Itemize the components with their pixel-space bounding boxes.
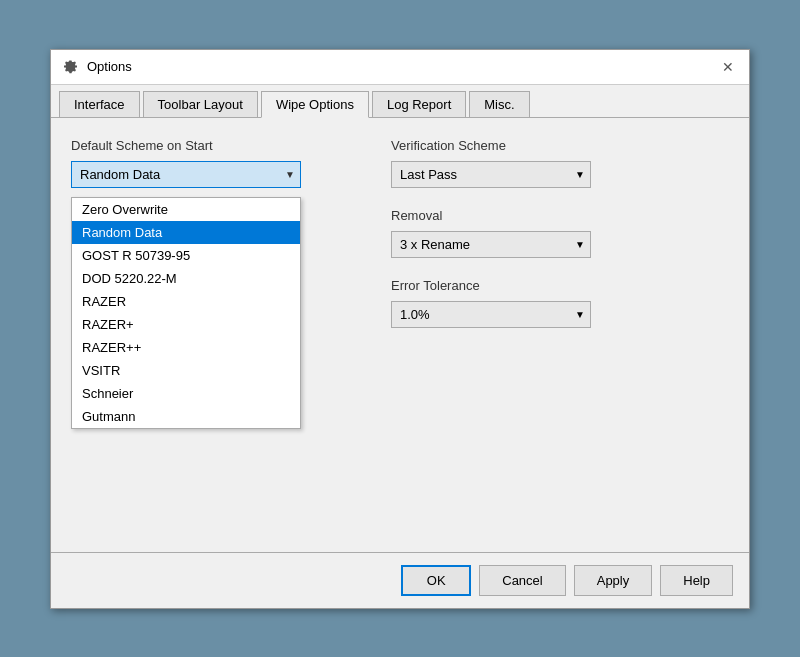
cancel-button[interactable]: Cancel xyxy=(479,565,565,596)
gear-icon xyxy=(63,59,79,75)
tab-log-report[interactable]: Log Report xyxy=(372,91,466,117)
left-column: Default Scheme on Start Random Data ▼ Ze… xyxy=(71,138,371,188)
right-column: Verification Scheme Last Pass ▼ Removal … xyxy=(391,138,729,328)
error-tolerance-wrapper: 1.0% ▼ xyxy=(391,301,591,328)
scheme-option-razer-plus[interactable]: RAZER+ xyxy=(72,313,300,336)
scheme-dropdown-list: Zero Overwrite Random Data GOST R 50739-… xyxy=(71,197,301,429)
removal-label: Removal xyxy=(391,208,729,223)
options-dialog: Options ✕ Interface Toolbar Layout Wipe … xyxy=(50,49,750,609)
verification-scheme-label: Verification Scheme xyxy=(391,138,729,153)
apply-button[interactable]: Apply xyxy=(574,565,653,596)
error-tolerance-label: Error Tolerance xyxy=(391,278,729,293)
verification-scheme-select[interactable]: Last Pass xyxy=(391,161,591,188)
verification-scheme-wrapper: Last Pass ▼ xyxy=(391,161,591,188)
tab-bar: Interface Toolbar Layout Wipe Options Lo… xyxy=(51,85,749,118)
ok-button[interactable]: OK xyxy=(401,565,471,596)
scheme-option-vsitr[interactable]: VSITR xyxy=(72,359,300,382)
error-tolerance-select[interactable]: 1.0% xyxy=(391,301,591,328)
scheme-option-razer-plus-plus[interactable]: RAZER++ xyxy=(72,336,300,359)
scheme-option-zero-overwrite[interactable]: Zero Overwrite xyxy=(72,198,300,221)
help-button[interactable]: Help xyxy=(660,565,733,596)
window-title: Options xyxy=(87,59,132,74)
default-scheme-wrapper: Random Data ▼ Zero Overwrite Random Data… xyxy=(71,161,301,188)
title-bar-left: Options xyxy=(63,59,132,75)
scheme-option-random-data[interactable]: Random Data xyxy=(72,221,300,244)
removal-section: Removal 3 x Rename ▼ xyxy=(391,208,729,258)
scheme-option-schneier[interactable]: Schneier xyxy=(72,382,300,405)
scheme-option-gost[interactable]: GOST R 50739-95 xyxy=(72,244,300,267)
default-scheme-select[interactable]: Random Data xyxy=(71,161,301,188)
tab-interface[interactable]: Interface xyxy=(59,91,140,117)
content-area: Default Scheme on Start Random Data ▼ Ze… xyxy=(51,118,749,552)
default-scheme-label: Default Scheme on Start xyxy=(71,138,371,153)
removal-select[interactable]: 3 x Rename xyxy=(391,231,591,258)
verification-section: Verification Scheme Last Pass ▼ xyxy=(391,138,729,188)
tab-misc[interactable]: Misc. xyxy=(469,91,529,117)
button-bar: OK Cancel Apply Help xyxy=(51,552,749,608)
scheme-option-dod[interactable]: DOD 5220.22-M xyxy=(72,267,300,290)
title-bar: Options ✕ xyxy=(51,50,749,85)
error-tolerance-section: Error Tolerance 1.0% ▼ xyxy=(391,278,729,328)
scheme-option-gutmann[interactable]: Gutmann xyxy=(72,405,300,428)
removal-wrapper: 3 x Rename ▼ xyxy=(391,231,591,258)
tab-wipe-options[interactable]: Wipe Options xyxy=(261,91,369,118)
close-button[interactable]: ✕ xyxy=(719,58,737,76)
scheme-option-razer[interactable]: RAZER xyxy=(72,290,300,313)
tab-toolbar-layout[interactable]: Toolbar Layout xyxy=(143,91,258,117)
